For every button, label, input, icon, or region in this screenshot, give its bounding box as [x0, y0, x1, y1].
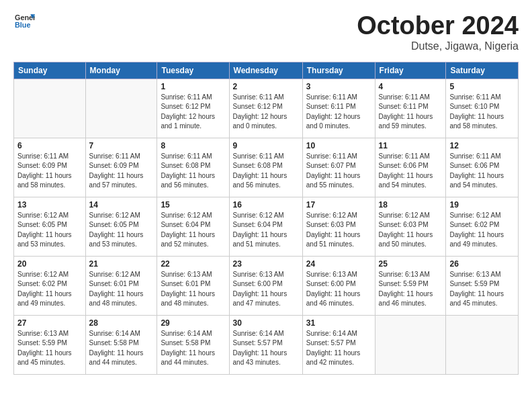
day-number: 30 [233, 318, 299, 328]
header: General Blue October 2024 Dutse, Jigawa,… [13, 12, 519, 52]
day-detail: Sunrise: 6:12 AMSunset: 6:04 PMDaylight:… [161, 211, 225, 250]
day-detail: Sunrise: 6:11 AMSunset: 6:06 PMDaylight:… [449, 152, 515, 191]
calendar-title: October 2024 [357, 12, 519, 40]
cell-w1-d0 [14, 79, 86, 138]
day-number: 23 [233, 259, 299, 269]
day-number: 29 [161, 318, 225, 328]
cell-w1-d5: 4Sunrise: 6:11 AMSunset: 6:11 PMDaylight… [375, 79, 446, 138]
cell-w4-d5: 25Sunrise: 6:13 AMSunset: 5:59 PMDayligh… [375, 256, 446, 315]
day-number: 15 [161, 200, 225, 210]
day-number: 3 [306, 82, 371, 91]
day-detail: Sunrise: 6:13 AMSunset: 6:00 PMDaylight:… [233, 270, 299, 309]
cell-w1-d2: 1Sunrise: 6:11 AMSunset: 6:12 PMDaylight… [157, 79, 229, 138]
day-detail: Sunrise: 6:14 AMSunset: 5:58 PMDaylight:… [161, 329, 225, 368]
col-saturday: Saturday [446, 62, 519, 79]
calendar-location: Dutse, Jigawa, Nigeria [357, 40, 519, 52]
title-block: October 2024 Dutse, Jigawa, Nigeria [357, 12, 519, 52]
cell-w2-d3: 9Sunrise: 6:11 AMSunset: 6:08 PMDaylight… [229, 138, 302, 197]
day-detail: Sunrise: 6:12 AMSunset: 6:01 PMDaylight:… [89, 270, 154, 309]
cell-w1-d3: 2Sunrise: 6:11 AMSunset: 6:12 PMDaylight… [229, 79, 302, 138]
cell-w3-d1: 14Sunrise: 6:12 AMSunset: 6:05 PMDayligh… [85, 197, 157, 256]
day-number: 6 [17, 141, 82, 150]
day-detail: Sunrise: 6:13 AMSunset: 5:59 PMDaylight:… [379, 270, 443, 309]
day-detail: Sunrise: 6:13 AMSunset: 5:59 PMDaylight:… [449, 270, 515, 309]
day-number: 21 [89, 259, 154, 269]
day-number: 9 [233, 141, 299, 150]
day-detail: Sunrise: 6:11 AMSunset: 6:11 PMDaylight:… [306, 93, 371, 132]
day-detail: Sunrise: 6:11 AMSunset: 6:12 PMDaylight:… [233, 93, 299, 132]
cell-w2-d1: 7Sunrise: 6:11 AMSunset: 6:09 PMDaylight… [85, 138, 157, 197]
day-detail: Sunrise: 6:12 AMSunset: 6:02 PMDaylight:… [17, 270, 82, 309]
day-number: 11 [379, 141, 443, 150]
col-thursday: Thursday [302, 62, 375, 79]
day-number: 4 [379, 82, 443, 91]
day-number: 27 [17, 318, 82, 328]
day-number: 13 [17, 200, 82, 210]
cell-w3-d3: 16Sunrise: 6:12 AMSunset: 6:04 PMDayligh… [229, 197, 302, 256]
day-detail: Sunrise: 6:11 AMSunset: 6:06 PMDaylight:… [379, 152, 443, 191]
week-row-2: 6Sunrise: 6:11 AMSunset: 6:09 PMDaylight… [14, 138, 519, 197]
cell-w5-d0: 27Sunrise: 6:13 AMSunset: 5:59 PMDayligh… [14, 315, 86, 374]
day-detail: Sunrise: 6:11 AMSunset: 6:11 PMDaylight:… [379, 93, 443, 132]
col-sunday: Sunday [14, 62, 86, 79]
cell-w1-d6: 5Sunrise: 6:11 AMSunset: 6:10 PMDaylight… [446, 79, 519, 138]
cell-w3-d0: 13Sunrise: 6:12 AMSunset: 6:05 PMDayligh… [14, 197, 86, 256]
day-detail: Sunrise: 6:14 AMSunset: 5:57 PMDaylight:… [306, 329, 371, 368]
day-number: 12 [449, 141, 515, 150]
cell-w4-d1: 21Sunrise: 6:12 AMSunset: 6:01 PMDayligh… [85, 256, 157, 315]
day-detail: Sunrise: 6:14 AMSunset: 5:58 PMDaylight:… [89, 329, 154, 368]
day-detail: Sunrise: 6:12 AMSunset: 6:02 PMDaylight:… [449, 211, 515, 250]
day-detail: Sunrise: 6:11 AMSunset: 6:08 PMDaylight:… [233, 152, 299, 191]
day-number: 5 [449, 82, 515, 91]
day-detail: Sunrise: 6:11 AMSunset: 6:08 PMDaylight:… [161, 152, 225, 191]
cell-w3-d2: 15Sunrise: 6:12 AMSunset: 6:04 PMDayligh… [157, 197, 229, 256]
day-detail: Sunrise: 6:13 AMSunset: 6:00 PMDaylight:… [306, 270, 371, 309]
week-row-1: 1Sunrise: 6:11 AMSunset: 6:12 PMDaylight… [14, 79, 519, 138]
cell-w1-d4: 3Sunrise: 6:11 AMSunset: 6:11 PMDaylight… [302, 79, 375, 138]
day-number: 19 [449, 200, 515, 210]
cell-w4-d4: 24Sunrise: 6:13 AMSunset: 6:00 PMDayligh… [302, 256, 375, 315]
day-number: 7 [89, 141, 154, 150]
day-detail: Sunrise: 6:12 AMSunset: 6:05 PMDaylight:… [89, 211, 154, 250]
day-number: 26 [449, 259, 515, 269]
cell-w4-d2: 22Sunrise: 6:13 AMSunset: 6:01 PMDayligh… [157, 256, 229, 315]
day-detail: Sunrise: 6:13 AMSunset: 5:59 PMDaylight:… [17, 329, 82, 368]
cell-w5-d4: 31Sunrise: 6:14 AMSunset: 5:57 PMDayligh… [302, 315, 375, 374]
cell-w5-d3: 30Sunrise: 6:14 AMSunset: 5:57 PMDayligh… [229, 315, 302, 374]
cell-w3-d6: 19Sunrise: 6:12 AMSunset: 6:02 PMDayligh… [446, 197, 519, 256]
day-number: 17 [306, 200, 371, 210]
cell-w4-d0: 20Sunrise: 6:12 AMSunset: 6:02 PMDayligh… [14, 256, 86, 315]
svg-text:Blue: Blue [15, 21, 30, 29]
page: General Blue October 2024 Dutse, Jigawa,… [0, 0, 532, 387]
cell-w3-d4: 17Sunrise: 6:12 AMSunset: 6:03 PMDayligh… [302, 197, 375, 256]
col-friday: Friday [375, 62, 446, 79]
day-detail: Sunrise: 6:11 AMSunset: 6:12 PMDaylight:… [161, 93, 225, 132]
col-tuesday: Tuesday [157, 62, 229, 79]
cell-w5-d5 [375, 315, 446, 374]
day-detail: Sunrise: 6:11 AMSunset: 6:09 PMDaylight:… [89, 152, 154, 191]
day-number: 1 [161, 82, 225, 91]
day-number: 22 [161, 259, 225, 269]
logo: General Blue [13, 12, 35, 32]
cell-w2-d4: 10Sunrise: 6:11 AMSunset: 6:07 PMDayligh… [302, 138, 375, 197]
day-detail: Sunrise: 6:12 AMSunset: 6:05 PMDaylight:… [17, 211, 82, 250]
day-number: 24 [306, 259, 371, 269]
cell-w5-d6 [446, 315, 519, 374]
calendar-header-row: Sunday Monday Tuesday Wednesday Thursday… [14, 62, 519, 79]
day-number: 25 [379, 259, 443, 269]
cell-w5-d2: 29Sunrise: 6:14 AMSunset: 5:58 PMDayligh… [157, 315, 229, 374]
day-number: 28 [89, 318, 154, 328]
day-number: 14 [89, 200, 154, 210]
day-number: 10 [306, 141, 371, 150]
logo-icon: General Blue [15, 12, 35, 32]
cell-w4-d3: 23Sunrise: 6:13 AMSunset: 6:00 PMDayligh… [229, 256, 302, 315]
day-detail: Sunrise: 6:14 AMSunset: 5:57 PMDaylight:… [233, 329, 299, 368]
day-detail: Sunrise: 6:11 AMSunset: 6:07 PMDaylight:… [306, 152, 371, 191]
week-row-3: 13Sunrise: 6:12 AMSunset: 6:05 PMDayligh… [14, 197, 519, 256]
col-wednesday: Wednesday [229, 62, 302, 79]
col-monday: Monday [85, 62, 157, 79]
cell-w1-d1 [85, 79, 157, 138]
cell-w2-d6: 12Sunrise: 6:11 AMSunset: 6:06 PMDayligh… [446, 138, 519, 197]
cell-w3-d5: 18Sunrise: 6:12 AMSunset: 6:03 PMDayligh… [375, 197, 446, 256]
day-detail: Sunrise: 6:12 AMSunset: 6:03 PMDaylight:… [379, 211, 443, 250]
